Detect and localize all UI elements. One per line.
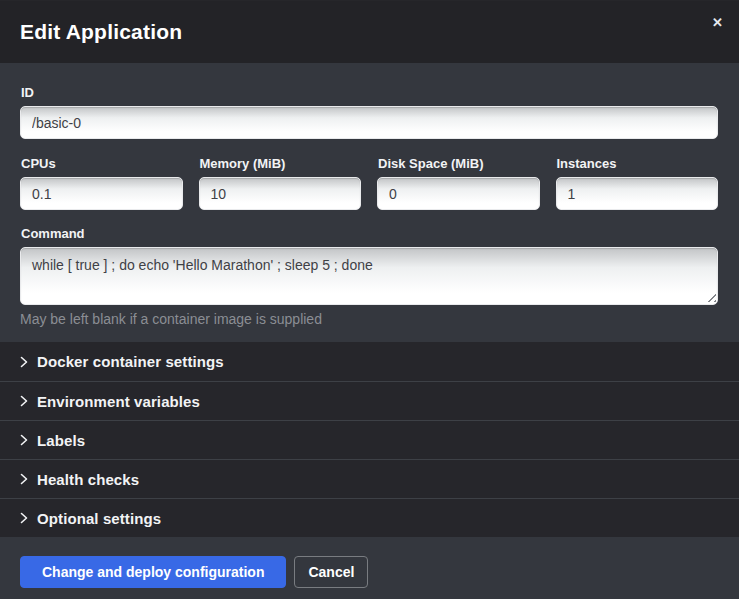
chevron-right-icon bbox=[20, 512, 28, 524]
chevron-right-icon bbox=[20, 434, 28, 446]
section-label: Health checks bbox=[37, 471, 139, 488]
section-label: Docker container settings bbox=[37, 353, 224, 370]
disk-field-group: Disk Space (MiB) bbox=[377, 156, 540, 210]
instances-input[interactable] bbox=[556, 177, 719, 210]
application-form: ID CPUs Memory (MiB) Disk Space (MiB) In… bbox=[0, 63, 739, 327]
command-textarea[interactable]: while [ true ] ; do echo 'Hello Marathon… bbox=[20, 247, 718, 305]
memory-field-group: Memory (MiB) bbox=[199, 156, 362, 210]
chevron-right-icon bbox=[20, 356, 28, 368]
memory-input[interactable] bbox=[199, 177, 362, 210]
section-optional-settings[interactable]: Optional settings bbox=[0, 498, 739, 537]
command-help-text: May be left blank if a container image i… bbox=[20, 311, 718, 327]
close-icon[interactable]: ✕ bbox=[710, 14, 725, 31]
resources-row: CPUs Memory (MiB) Disk Space (MiB) Insta… bbox=[20, 156, 718, 210]
chevron-right-icon bbox=[20, 395, 28, 407]
disk-input[interactable] bbox=[377, 177, 540, 210]
id-label: ID bbox=[21, 85, 718, 100]
section-environment-variables[interactable]: Environment variables bbox=[0, 381, 739, 420]
modal-title: Edit Application bbox=[20, 20, 182, 44]
chevron-right-icon bbox=[20, 473, 28, 485]
disk-label: Disk Space (MiB) bbox=[378, 156, 540, 171]
section-label: Environment variables bbox=[37, 393, 200, 410]
modal-header: Edit Application ✕ bbox=[0, 1, 739, 63]
section-docker-container-settings[interactable]: Docker container settings bbox=[0, 342, 739, 381]
edit-application-modal: Edit Application ✕ ID CPUs Memory (MiB) … bbox=[0, 0, 739, 599]
instances-field-group: Instances bbox=[556, 156, 719, 210]
settings-accordion: Docker container settings Environment va… bbox=[0, 342, 739, 537]
section-labels[interactable]: Labels bbox=[0, 420, 739, 459]
cpus-label: CPUs bbox=[21, 156, 183, 171]
memory-label: Memory (MiB) bbox=[200, 156, 362, 171]
command-label: Command bbox=[21, 226, 718, 241]
id-field-group: ID bbox=[20, 85, 718, 139]
section-health-checks[interactable]: Health checks bbox=[0, 459, 739, 498]
section-label: Optional settings bbox=[37, 510, 161, 527]
section-label: Labels bbox=[37, 432, 85, 449]
command-textarea-wrap: while [ true ] ; do echo 'Hello Marathon… bbox=[20, 247, 718, 305]
command-field-group: Command while [ true ] ; do echo 'Hello … bbox=[20, 226, 718, 327]
id-input[interactable] bbox=[20, 106, 718, 139]
cancel-button[interactable]: Cancel bbox=[294, 556, 368, 588]
cpus-field-group: CPUs bbox=[20, 156, 183, 210]
cpus-input[interactable] bbox=[20, 177, 183, 210]
modal-footer: Change and deploy configuration Cancel bbox=[0, 537, 739, 599]
instances-label: Instances bbox=[557, 156, 719, 171]
change-and-deploy-button[interactable]: Change and deploy configuration bbox=[20, 556, 286, 588]
